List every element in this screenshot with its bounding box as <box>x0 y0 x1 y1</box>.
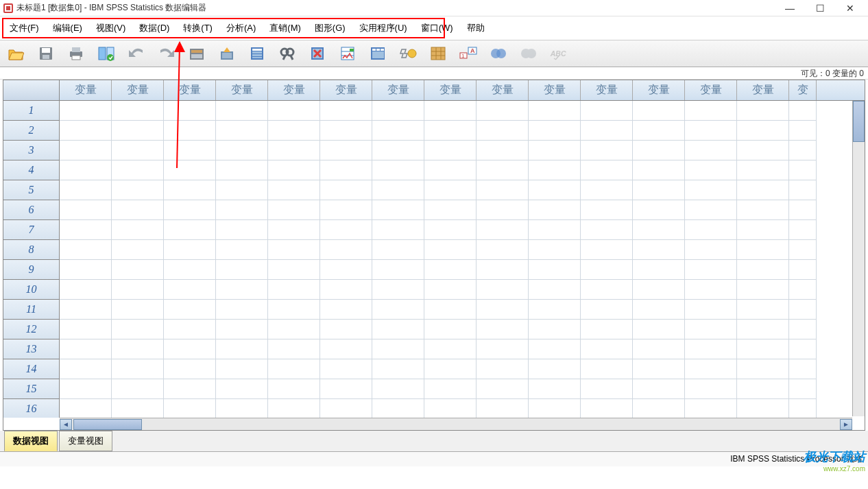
cell[interactable] <box>477 200 529 220</box>
cell[interactable] <box>633 121 685 141</box>
cell[interactable] <box>477 220 529 240</box>
cell[interactable] <box>216 121 268 141</box>
cell[interactable] <box>320 200 372 220</box>
cell[interactable] <box>633 379 685 399</box>
cell[interactable] <box>320 280 372 300</box>
cell[interactable] <box>60 280 112 300</box>
row-header[interactable]: 9 <box>3 260 60 280</box>
cell[interactable] <box>477 240 529 260</box>
cell[interactable] <box>320 240 372 260</box>
cell[interactable] <box>477 160 529 180</box>
cell[interactable] <box>424 260 477 280</box>
cell[interactable] <box>164 339 216 359</box>
row-header[interactable]: 10 <box>3 280 60 300</box>
cell[interactable] <box>477 359 529 379</box>
cell[interactable] <box>529 379 581 399</box>
menu-direct[interactable]: 直销(M) <box>263 19 308 37</box>
cell[interactable] <box>112 399 164 418</box>
column-header[interactable]: 变量 <box>633 80 685 100</box>
cell[interactable] <box>529 200 581 220</box>
cell[interactable] <box>424 320 477 339</box>
cell[interactable] <box>633 180 685 200</box>
cell[interactable] <box>112 141 164 160</box>
cell[interactable] <box>477 300 529 320</box>
close-button[interactable]: ✕ <box>835 1 865 16</box>
cell[interactable] <box>424 121 477 141</box>
cell[interactable] <box>737 160 789 180</box>
cell[interactable] <box>60 220 112 240</box>
cell[interactable] <box>737 240 789 260</box>
cell[interactable] <box>529 180 581 200</box>
cell[interactable] <box>529 220 581 240</box>
cell[interactable] <box>216 399 268 418</box>
cell[interactable] <box>268 379 320 399</box>
cell[interactable] <box>737 121 789 141</box>
cell[interactable] <box>424 280 477 300</box>
cell[interactable] <box>424 359 477 379</box>
cell[interactable] <box>581 359 633 379</box>
cell[interactable] <box>112 220 164 240</box>
cell[interactable] <box>320 101 372 121</box>
cell[interactable] <box>372 320 424 339</box>
cell[interactable] <box>216 300 268 320</box>
cell[interactable] <box>477 260 529 280</box>
cell[interactable] <box>268 320 320 339</box>
cell[interactable] <box>216 200 268 220</box>
cell[interactable] <box>685 320 737 339</box>
cell[interactable] <box>164 399 216 418</box>
horizontal-scrollbar[interactable]: ◄ ► <box>60 418 852 430</box>
cell[interactable] <box>529 141 581 160</box>
cell[interactable] <box>581 200 633 220</box>
row-header[interactable]: 1 <box>3 101 60 121</box>
cell[interactable] <box>320 121 372 141</box>
cell[interactable] <box>216 180 268 200</box>
cell[interactable] <box>112 320 164 339</box>
column-header[interactable]: 变量 <box>477 80 529 100</box>
maximize-button[interactable]: ☐ <box>805 1 835 16</box>
column-header[interactable]: 变量 <box>216 80 268 100</box>
menu-transform[interactable]: 转换(T) <box>176 19 219 37</box>
cell[interactable] <box>60 180 112 200</box>
cell[interactable] <box>216 339 268 359</box>
cell[interactable] <box>581 300 633 320</box>
cell[interactable] <box>372 240 424 260</box>
cell[interactable] <box>112 359 164 379</box>
cell[interactable] <box>164 240 216 260</box>
cell[interactable] <box>529 280 581 300</box>
cell[interactable] <box>633 260 685 280</box>
cell[interactable] <box>737 220 789 240</box>
cell[interactable] <box>685 200 737 220</box>
cell[interactable] <box>216 320 268 339</box>
row-header[interactable]: 16 <box>3 399 60 418</box>
cell[interactable] <box>268 260 320 280</box>
cell[interactable] <box>529 240 581 260</box>
cell[interactable] <box>164 379 216 399</box>
cell[interactable] <box>268 180 320 200</box>
tab-data-view[interactable]: 数据视图 <box>4 431 58 451</box>
spell-check-icon[interactable] <box>518 43 539 64</box>
cell[interactable] <box>789 180 817 200</box>
cell[interactable] <box>268 359 320 379</box>
cell[interactable] <box>789 359 817 379</box>
menu-view[interactable]: 视图(V) <box>89 19 132 37</box>
cell[interactable] <box>372 379 424 399</box>
cell[interactable] <box>529 260 581 280</box>
cell[interactable] <box>164 141 216 160</box>
scrollbar-thumb[interactable] <box>73 419 142 430</box>
cell[interactable] <box>685 379 737 399</box>
row-header[interactable]: 7 <box>3 220 60 240</box>
cell[interactable] <box>372 200 424 220</box>
cell[interactable] <box>268 300 320 320</box>
cell[interactable] <box>424 220 477 240</box>
cell[interactable] <box>424 379 477 399</box>
cell[interactable] <box>789 280 817 300</box>
open-file-icon[interactable] <box>5 43 26 64</box>
cell[interactable] <box>737 379 789 399</box>
cell[interactable] <box>320 160 372 180</box>
cell[interactable] <box>60 260 112 280</box>
column-header[interactable]: 变 <box>789 80 817 100</box>
menu-file[interactable]: 文件(F) <box>3 19 46 37</box>
cell[interactable] <box>424 101 477 121</box>
cell[interactable] <box>112 200 164 220</box>
cell[interactable] <box>60 399 112 418</box>
